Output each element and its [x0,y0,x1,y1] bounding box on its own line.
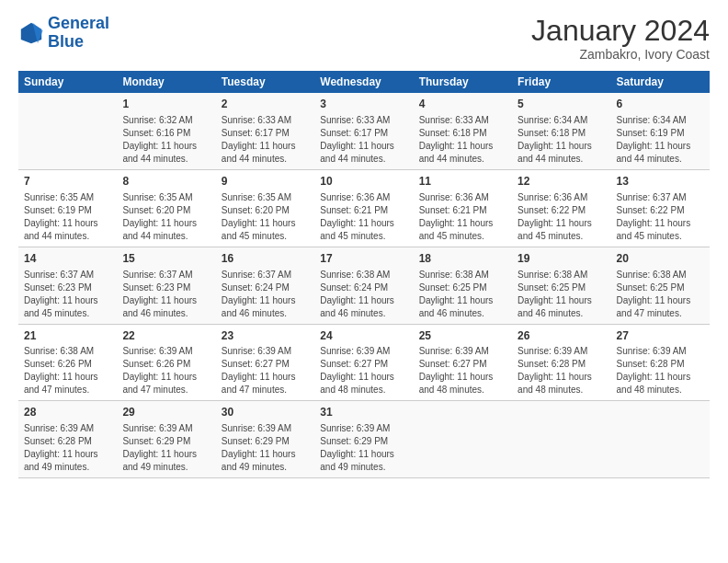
header-friday: Friday [512,71,610,93]
cell-w5-d3: 30Sunrise: 6:39 AMSunset: 6:29 PMDayligh… [216,401,314,478]
daylight-info: Daylight: 11 hours and 49 minutes. [24,448,111,474]
sunset-info: Sunset: 6:25 PM [518,282,605,294]
cell-w5-d7 [611,401,710,478]
header-saturday: Saturday [611,71,710,93]
sunset-info: Sunset: 6:28 PM [617,358,704,371]
header-sunday: Sunday [18,71,117,93]
sunset-info: Sunset: 6:25 PM [617,282,704,294]
cell-w5-d2: 29Sunrise: 6:39 AMSunset: 6:29 PMDayligh… [117,401,215,478]
sunset-info: Sunset: 6:21 PM [320,204,407,217]
calendar-table: Sunday Monday Tuesday Wednesday Thursday… [18,71,710,478]
logo-line1: General [48,14,109,32]
sunrise-info: Sunrise: 6:34 AM [518,114,605,127]
sunrise-info: Sunrise: 6:39 AM [617,345,704,358]
week-row-2: 7Sunrise: 6:35 AMSunset: 6:19 PMDaylight… [18,169,710,247]
daylight-info: Daylight: 11 hours and 46 minutes. [122,294,210,320]
sunrise-info: Sunrise: 6:32 AM [122,114,210,127]
header-monday: Monday [117,71,215,93]
sunset-info: Sunset: 6:20 PM [122,204,210,217]
day-number: 21 [24,328,111,344]
sunset-info: Sunset: 6:16 PM [122,127,210,140]
day-number: 6 [617,97,704,112]
day-number: 10 [320,174,407,190]
daylight-info: Daylight: 11 hours and 47 minutes. [222,371,309,396]
daylight-info: Daylight: 11 hours and 45 minutes. [617,217,704,243]
cell-w2-d3: 9Sunrise: 6:35 AMSunset: 6:20 PMDaylight… [216,169,314,247]
daylight-info: Daylight: 11 hours and 44 minutes. [320,140,407,166]
sunset-info: Sunset: 6:23 PM [122,282,210,294]
day-number: 23 [222,328,309,344]
sunset-info: Sunset: 6:20 PM [222,204,309,217]
day-number: 9 [222,174,309,190]
sunrise-info: Sunrise: 6:35 AM [222,191,309,204]
calendar-title: January 2024 [531,15,710,47]
week-row-1: 1Sunrise: 6:32 AMSunset: 6:16 PMDaylight… [18,93,710,169]
day-number: 20 [617,251,704,267]
day-number: 28 [24,405,111,420]
logo-line2: Blue [48,32,84,51]
cell-w1-d1 [18,93,117,169]
sunrise-info: Sunrise: 6:37 AM [222,269,309,282]
cell-w3-d4: 17Sunrise: 6:38 AMSunset: 6:24 PMDayligh… [314,247,413,324]
daylight-info: Daylight: 11 hours and 46 minutes. [518,294,605,320]
daylight-info: Daylight: 11 hours and 45 minutes. [419,217,506,243]
cell-w1-d3: 2Sunrise: 6:33 AMSunset: 6:17 PMDaylight… [216,93,314,169]
daylight-info: Daylight: 11 hours and 44 minutes. [518,140,605,166]
sunrise-info: Sunrise: 6:36 AM [320,191,407,204]
cell-w2-d1: 7Sunrise: 6:35 AMSunset: 6:19 PMDaylight… [18,169,117,247]
cell-w4-d6: 26Sunrise: 6:39 AMSunset: 6:28 PMDayligh… [512,324,610,401]
cell-w1-d7: 6Sunrise: 6:34 AMSunset: 6:19 PMDaylight… [611,93,710,169]
sunset-info: Sunset: 6:27 PM [320,358,407,371]
sunrise-info: Sunrise: 6:33 AM [320,114,407,127]
day-number: 11 [419,174,506,190]
day-number: 13 [617,174,704,190]
cell-w5-d5 [414,401,512,478]
sunrise-info: Sunrise: 6:33 AM [419,114,506,127]
sunrise-info: Sunrise: 6:39 AM [320,422,407,435]
daylight-info: Daylight: 11 hours and 44 minutes. [617,140,704,166]
daylight-info: Daylight: 11 hours and 45 minutes. [320,217,407,243]
sunset-info: Sunset: 6:24 PM [320,282,407,294]
day-number: 30 [222,405,309,420]
daylight-info: Daylight: 11 hours and 47 minutes. [617,294,704,320]
daylight-info: Daylight: 11 hours and 44 minutes. [122,217,210,243]
cell-w3-d6: 19Sunrise: 6:38 AMSunset: 6:25 PMDayligh… [512,247,610,324]
header-tuesday: Tuesday [216,71,314,93]
sunrise-info: Sunrise: 6:39 AM [518,345,605,358]
cell-w4-d4: 24Sunrise: 6:39 AMSunset: 6:27 PMDayligh… [314,324,413,401]
sunset-info: Sunset: 6:28 PM [518,358,605,371]
logo: General Blue [18,15,109,52]
week-row-4: 21Sunrise: 6:38 AMSunset: 6:26 PMDayligh… [18,324,710,401]
cell-w2-d5: 11Sunrise: 6:36 AMSunset: 6:21 PMDayligh… [414,169,512,247]
day-number: 14 [24,251,111,267]
cell-w2-d2: 8Sunrise: 6:35 AMSunset: 6:20 PMDaylight… [117,169,215,247]
week-row-3: 14Sunrise: 6:37 AMSunset: 6:23 PMDayligh… [18,247,710,324]
sunset-info: Sunset: 6:26 PM [122,358,210,371]
sunrise-info: Sunrise: 6:37 AM [122,269,210,282]
cell-w5-d6 [512,401,610,478]
cell-w1-d4: 3Sunrise: 6:33 AMSunset: 6:17 PMDaylight… [314,93,413,169]
cell-w5-d4: 31Sunrise: 6:39 AMSunset: 6:29 PMDayligh… [314,401,413,478]
daylight-info: Daylight: 11 hours and 49 minutes. [320,448,407,474]
sunset-info: Sunset: 6:18 PM [518,127,605,140]
sunset-info: Sunset: 6:25 PM [419,282,506,294]
sunrise-info: Sunrise: 6:38 AM [518,269,605,282]
sunset-info: Sunset: 6:17 PM [320,127,407,140]
day-number: 25 [419,328,506,344]
sunset-info: Sunset: 6:18 PM [419,127,506,140]
daylight-info: Daylight: 11 hours and 46 minutes. [419,294,506,320]
cell-w2-d6: 12Sunrise: 6:36 AMSunset: 6:22 PMDayligh… [512,169,610,247]
daylight-info: Daylight: 11 hours and 46 minutes. [320,294,407,320]
logo-text: General Blue [48,15,109,52]
daylight-info: Daylight: 11 hours and 49 minutes. [222,448,309,474]
sunrise-info: Sunrise: 6:38 AM [320,269,407,282]
day-number: 29 [122,405,210,420]
cell-w2-d7: 13Sunrise: 6:37 AMSunset: 6:22 PMDayligh… [611,169,710,247]
sunrise-info: Sunrise: 6:34 AM [617,114,704,127]
sunrise-info: Sunrise: 6:36 AM [419,191,506,204]
header: General Blue January 2024 Zambakro, Ivor… [18,15,710,62]
cell-w4-d2: 22Sunrise: 6:39 AMSunset: 6:26 PMDayligh… [117,324,215,401]
week-row-5: 28Sunrise: 6:39 AMSunset: 6:28 PMDayligh… [18,401,710,478]
sunrise-info: Sunrise: 6:38 AM [24,345,111,358]
cell-w1-d6: 5Sunrise: 6:34 AMSunset: 6:18 PMDaylight… [512,93,610,169]
